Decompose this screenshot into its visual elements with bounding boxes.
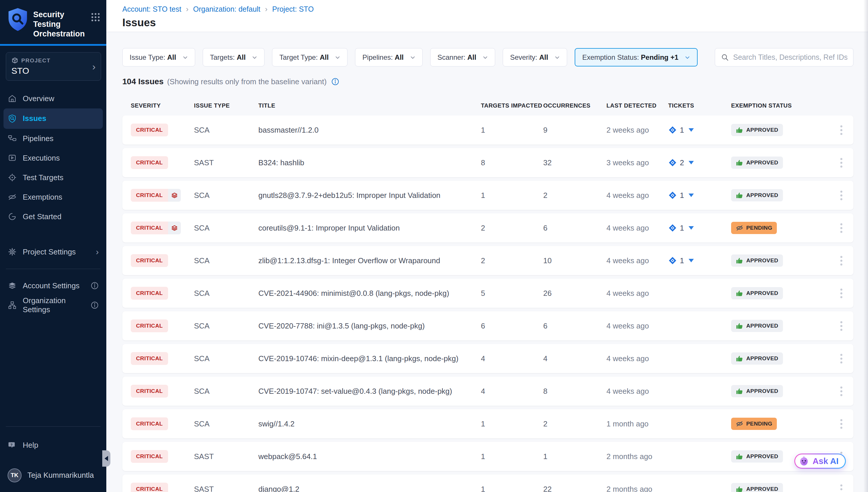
sidebar-item-executions[interactable]: Executions [0,148,106,168]
sidebar-item-label: Exemptions [23,193,62,202]
table-row[interactable]: CRITICAL SCA coreutils@9.1-1: Improper I… [122,213,853,243]
breadcrumb-organization[interactable]: Organization: default [193,5,260,14]
filter-exemption-status[interactable]: Exemption Status: Pending +1 [575,48,698,67]
help-chat-icon: ? [7,441,17,450]
filter-value: All [320,53,329,61]
jira-ticket-icon [668,256,677,265]
filter-value: All [539,53,548,61]
filter-severity[interactable]: Severity: All [503,48,567,67]
tickets-dropdown[interactable]: 1 [668,256,731,265]
occurrences: 32 [543,158,606,167]
last-detected: 3 weeks ago [606,158,668,167]
table-row[interactable]: CRITICAL SCA zlib@1:1.2.13.dfsg-1: Integ… [122,246,853,275]
status-label: APPROVED [746,192,778,198]
chevron-down-icon [555,55,560,60]
row-menu-button[interactable] [838,319,845,333]
home-icon [7,94,17,103]
project-selector[interactable]: PROJECT STO › [6,52,101,81]
results-summary: 104 Issues (Showing results only from th… [122,77,853,86]
col-last-detected: LAST DETECTED [606,102,668,109]
filter-issue-type[interactable]: Issue Type: All [122,48,195,67]
row-menu-button[interactable] [838,351,845,366]
row-menu-button[interactable] [838,482,845,492]
exemption-status-badge: APPROVED [731,450,783,463]
sidebar-collapse-handle[interactable] [102,450,110,467]
sidebar-item-label: Executions [23,154,60,163]
severity-badge: CRITICAL [131,385,168,398]
table-row[interactable]: CRITICAL SAST B324: hashlib 8 32 3 weeks… [122,148,853,177]
row-menu-button[interactable] [838,156,845,170]
tickets-dropdown[interactable]: 1 [668,191,731,200]
exemption-status-badge: APPROVED [731,156,783,169]
ask-ai-button[interactable]: Ask AI [794,453,846,469]
sidebar-menu: Overview Issues Pipelines [0,89,106,226]
filter-label: Pipelines: [362,53,393,61]
filter-value: All [467,53,476,61]
table-row[interactable]: CRITICAL SCA swig//1.4.2 1 2 1 month ago… [122,409,853,438]
user-menu[interactable]: TK Teja Kummarikuntla [0,466,106,485]
chevron-down-icon [685,55,690,60]
search-input[interactable] [733,53,847,62]
severity-badge: CRITICAL [131,254,168,267]
table-row[interactable]: CRITICAL SAST django@1.2 1 22 2 months a… [122,474,853,492]
ticket-count: 1 [680,191,684,200]
filter-value: All [167,53,176,61]
breadcrumb-account[interactable]: Account: STO test [122,5,181,14]
sidebar-item-test-targets[interactable]: Test Targets [0,168,106,188]
info-icon[interactable] [331,77,339,86]
exemption-status-badge: APPROVED [731,385,783,397]
info-icon[interactable] [90,301,99,309]
filter-value: All [395,53,404,61]
app-switcher-grid-icon[interactable] [90,12,101,22]
sidebar-item-label: Pipelines [23,134,54,143]
exemption-status-badge: APPROVED [731,189,783,201]
target-crosshair-icon [7,173,17,182]
issue-type: SCA [194,191,258,200]
row-menu-button[interactable] [838,417,845,431]
occurrences: 26 [543,289,606,298]
issue-type: SCA [194,256,258,265]
filter-target-type[interactable]: Target Type: All [272,48,347,67]
chevron-down-icon [335,55,340,60]
issue-type: SCA [194,419,258,428]
status-label: APPROVED [746,388,778,394]
sidebar-item-issues[interactable]: Issues [3,108,103,129]
tickets-dropdown[interactable]: 1 [668,126,731,135]
row-menu-button[interactable] [838,188,845,202]
page-header: Account: STO test › Organization: defaul… [106,0,868,32]
sidebar-item-get-started[interactable]: Get Started [0,207,106,226]
sidebar-item-organization-settings[interactable]: Organization Settings [0,296,106,315]
sidebar-item-pipelines[interactable]: Pipelines [0,129,106,148]
tickets-dropdown[interactable]: 1 [668,224,731,232]
table-row[interactable]: CRITICAL SCA gnutls28@3.7.9-2+deb12u5: I… [122,181,853,210]
row-menu-button[interactable] [838,253,845,268]
filter-label: Target Type: [279,53,318,61]
info-icon[interactable] [90,281,99,290]
sidebar-item-overview[interactable]: Overview [0,89,106,108]
sidebar-item-help[interactable]: ? Help [0,436,106,455]
table-row[interactable]: CRITICAL SCA CVE-2019-10747: set-value@0… [122,376,853,406]
filter-value: All [237,53,246,61]
filter-targets[interactable]: Targets: All [203,48,265,67]
table-row[interactable]: CRITICAL SCA CVE-2019-10746: mixin-deep@… [122,344,853,373]
chevron-right-icon: › [96,247,99,257]
row-menu-button[interactable] [838,123,845,137]
scrollbar-track[interactable] [863,0,868,492]
sidebar-item-exemptions[interactable]: Exemptions [0,188,106,207]
sidebar-item-account-settings[interactable]: Account Settings [0,276,106,296]
col-targets-impacted: TARGETS IMPACTED [481,102,543,109]
table-row[interactable]: CRITICAL SCA CVE-2020-7788: ini@1.3.5 (l… [122,311,853,340]
row-menu-button[interactable] [838,221,845,235]
filter-scanner[interactable]: Scanner: All [430,48,495,67]
sidebar-divider [6,426,101,427]
breadcrumb-project[interactable]: Project: STO [272,5,314,14]
table-row[interactable]: CRITICAL SCA bassmaster//1.2.0 1 9 2 wee… [122,116,853,145]
table-row[interactable]: CRITICAL SAST webpack@5.64.1 1 1 2 month… [122,442,853,471]
tickets-dropdown[interactable]: 2 [668,158,731,167]
filter-pipelines[interactable]: Pipelines: All [355,48,422,67]
row-menu-button[interactable] [838,384,845,398]
issue-type: SCA [194,321,258,330]
row-menu-button[interactable] [838,286,845,300]
sidebar-item-project-settings[interactable]: Project Settings › [0,242,106,262]
table-row[interactable]: CRITICAL SCA CVE-2021-44906: minimist@0.… [122,279,853,308]
